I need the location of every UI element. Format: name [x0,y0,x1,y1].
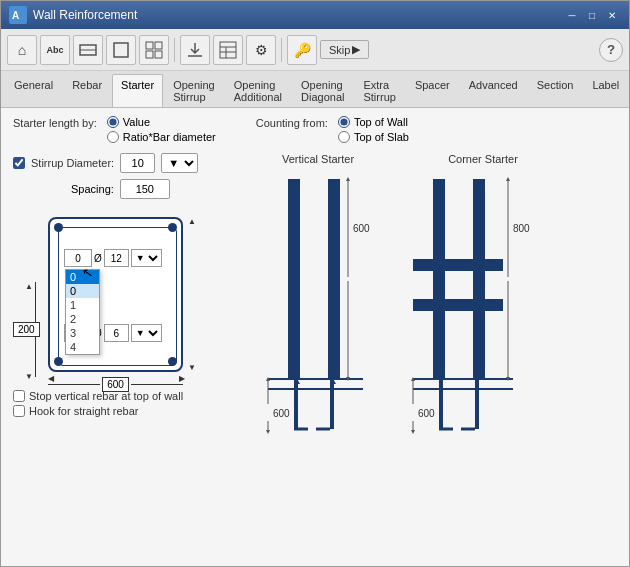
bottom-dim: 600 [48,377,183,392]
counting-from-label: Counting from: [256,117,328,129]
dropdown-popup[interactable]: 0 0 1 2 3 4 [65,269,100,355]
svg-rect-41 [475,379,479,429]
top-slab-radio[interactable]: Top of Slab [338,131,409,143]
svg-rect-36 [473,179,485,379]
bottom-diameter-input[interactable] [104,324,129,342]
svg-text:600: 600 [353,223,370,234]
svg-text:600: 600 [273,408,290,419]
window-title: Wall Reinforcement [33,8,563,22]
stirrup-row: Stirrup Diameter: ▼ [13,153,233,173]
vertical-starter-label: Vertical Starter [282,153,354,165]
bottom-diameter-select[interactable]: ▼ [131,324,162,342]
tab-advanced[interactable]: Advanced [460,74,527,107]
svg-marker-47 [506,177,510,181]
tab-opening-diagonal[interactable]: Opening Diagonal [292,74,353,107]
svg-rect-4 [114,43,128,57]
frame-button[interactable] [106,35,136,65]
svg-rect-14 [288,179,300,379]
tab-rebar[interactable]: Rebar [63,74,111,107]
cross-section-diagram: 200 ▲ ▼ [13,207,223,382]
top-diameter-input[interactable] [104,249,129,267]
value-radio[interactable]: Value [107,116,216,128]
dropdown-item-4[interactable]: 3 [66,326,99,340]
corner-starter-column: Corner Starter [403,153,563,449]
starter-length-group: Starter length by: Value Ratio*Bar diame… [13,116,216,143]
svg-rect-40 [439,379,443,429]
spacing-row: Spacing: [13,179,233,199]
counting-from-group: Counting from: Top of Wall Top of Slab [256,116,409,143]
corner-starter-label: Corner Starter [448,153,518,165]
tab-starter[interactable]: Starter [112,74,163,107]
svg-rect-18 [294,379,298,429]
stirrup-diameter-select[interactable]: ▼ [161,153,198,173]
stirrup-label: Stirrup Diameter: [31,157,114,169]
hook-straight-label: Hook for straight rebar [29,405,138,417]
spacing-input[interactable] [120,179,170,199]
tab-opening-stirrup[interactable]: Opening Stirrup [164,74,224,107]
rebar-br [168,357,177,366]
hook-straight-row: Hook for straight rebar [13,405,233,417]
options-row: Starter length by: Value Ratio*Bar diame… [13,116,617,143]
tab-spacer[interactable]: Spacer [406,74,459,107]
stirrup-diameter-input[interactable] [120,153,155,173]
top-offset-input[interactable] [64,249,92,267]
maximize-button[interactable]: □ [583,6,601,24]
rebar-bl [54,357,63,366]
stop-vertical-checkbox[interactable] [13,390,25,402]
svg-rect-37 [413,299,503,311]
tab-label[interactable]: Label [583,74,628,107]
toolbar-separator [174,38,175,62]
left-dim-box: 200 [13,282,40,377]
dropdown-item-1[interactable]: 0 [66,284,99,298]
svg-marker-33 [266,430,270,434]
skip-button[interactable]: Skip ▶ [320,40,369,59]
app-icon: A [9,6,27,24]
grid-button[interactable] [139,35,169,65]
svg-rect-35 [413,259,503,271]
svg-rect-5 [146,42,153,49]
dropdown-item-5[interactable]: 4 [66,340,99,354]
svg-rect-19 [330,379,334,429]
checkbox-section: Stop vertical rebar at top of wall Hook … [13,390,233,417]
starter-length-label: Starter length by: [13,117,97,129]
toolbar: ⌂ Abc ⚙ 🔑 Skip ▶ ? [1,29,629,71]
wall-button[interactable] [73,35,103,65]
dropdown-item-3[interactable]: 2 [66,312,99,326]
spacing-label: Spacing: [71,183,114,195]
close-button[interactable]: ✕ [603,6,621,24]
minimize-button[interactable]: ─ [563,6,581,24]
table-button[interactable] [213,35,243,65]
rebar-tl [54,223,63,232]
cs-outer-box: Ø ▼ Ø ▼ 0 [48,217,183,372]
text-button[interactable]: Abc [40,35,70,65]
toolbar-separator-2 [281,38,282,62]
content-area: Starter length by: Value Ratio*Bar diame… [1,108,629,566]
dropdown-item-0[interactable]: 0 [66,270,99,284]
stirrup-checkbox[interactable] [13,157,25,169]
home-button[interactable]: ⌂ [7,35,37,65]
ratio-radio[interactable]: Ratio*Bar diameter [107,131,216,143]
top-diameter-select[interactable]: ▼ [131,249,162,267]
tab-section[interactable]: Section [528,74,583,107]
diagram-area: Stirrup Diameter: ▼ Spacing: 200 [13,153,617,449]
svg-text:800: 800 [513,223,530,234]
tab-extra-stirrup[interactable]: Extra Stirrup [354,74,404,107]
settings-button[interactable]: ⚙ [246,35,276,65]
dropdown-item-2[interactable]: 1 [66,298,99,312]
key-button[interactable]: 🔑 [287,35,317,65]
help-button[interactable]: ? [599,38,623,62]
corner-starter-svg: 800 600 [403,169,563,449]
vertical-starter-column: Vertical Starter [253,153,383,449]
hook-straight-checkbox[interactable] [13,405,25,417]
svg-rect-15 [328,179,340,379]
svg-rect-8 [155,51,162,58]
download-button[interactable] [180,35,210,65]
svg-marker-27 [346,177,350,181]
tab-general[interactable]: General [5,74,62,107]
svg-text:600: 600 [418,408,435,419]
svg-text:A: A [12,10,19,21]
counting-from-radio-group: Top of Wall Top of Slab [338,116,409,143]
tab-opening-additional[interactable]: Opening Additional [225,74,291,107]
svg-rect-34 [433,179,445,379]
top-wall-radio[interactable]: Top of Wall [338,116,409,128]
